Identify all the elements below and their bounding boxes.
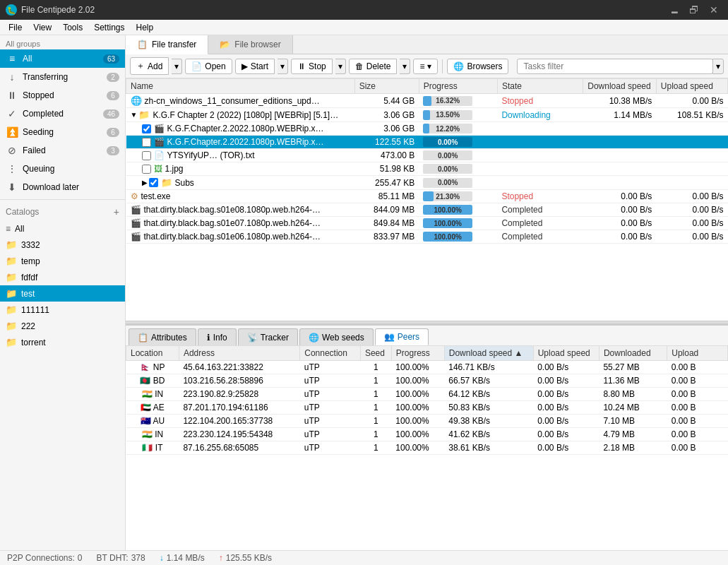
row-checkbox[interactable] <box>142 165 151 174</box>
failed-icon: ⊘ <box>6 145 18 156</box>
tab-file-transfer[interactable]: 📋 File transfer <box>126 35 208 54</box>
completed-icon: ✓ <box>6 108 18 119</box>
col-header-upload[interactable]: Upload <box>667 346 728 361</box>
catalog-item-111111[interactable]: 📁 111111 <box>0 302 125 318</box>
table-row[interactable]: 🇮🇳 IN 223.230.124.195:54348 uTP 1 100.00… <box>126 428 728 441</box>
stop-label: Stop <box>309 61 326 71</box>
col-header-state[interactable]: State <box>497 79 583 94</box>
col-header-progress[interactable]: Progress <box>419 79 497 94</box>
menu-help[interactable]: Help <box>131 21 160 34</box>
row-checkbox[interactable] <box>142 124 151 133</box>
catalog-item-temp[interactable]: 📁 temp <box>0 253 125 269</box>
row-checkbox[interactable] <box>142 151 151 160</box>
row-checkbox[interactable] <box>142 138 151 147</box>
add-button[interactable]: ＋ Add <box>130 57 169 75</box>
sidebar-item-transferring[interactable]: ↓ Transferring 2 <box>0 68 125 86</box>
table-row[interactable]: ▼ 📁 K.G.F Chapter 2 (2022) [1080p] [WEBR… <box>126 108 728 122</box>
table-row[interactable]: 🇦🇺 AU 122.104.200.165:37738 uTP 1 100.00… <box>126 415 728 428</box>
sidebar-item-failed[interactable]: ⊘ Failed 3 <box>0 141 125 160</box>
col-header-dl-speed[interactable]: Download speed <box>583 79 657 94</box>
menu-btn[interactable]: ≡ ▾ <box>413 59 438 74</box>
col-header-progress[interactable]: Progress <box>391 346 444 361</box>
close-button[interactable]: ✕ <box>705 4 722 16</box>
sidebar-item-completed[interactable]: ✓ Completed 46 <box>0 105 125 123</box>
tab-web-seeds[interactable]: 🌐 Web seeds <box>299 328 374 345</box>
menu-view[interactable]: View <box>28 21 57 34</box>
col-header-location[interactable]: Location <box>126 346 179 361</box>
table-row[interactable]: 🇳🇵 NP 45.64.163.221:33822 uTP 1 100.00% … <box>126 361 728 374</box>
table-row[interactable]: 🎬 that.dirty.black.bag.s01e07.1080p.web.… <box>126 217 728 230</box>
tab-attributes[interactable]: 📋 Attributes <box>129 328 196 345</box>
peer-seed: 1 <box>360 441 391 455</box>
col-header-connection[interactable]: Connection <box>300 346 361 361</box>
tab-peers[interactable]: 👥 Peers <box>375 328 429 345</box>
menu-tools[interactable]: Tools <box>57 21 88 34</box>
catalog-item-3332[interactable]: 📁 3332 <box>0 237 125 253</box>
expand-arrow[interactable]: ▼ <box>131 111 138 119</box>
table-row[interactable]: 🎬 K.G.F.Chapter.2.2022.1080p.WEBRip.x… 3… <box>126 122 728 136</box>
add-catalog-button[interactable]: + <box>114 206 119 218</box>
catalog-item-test[interactable]: 📁 test <box>0 285 125 302</box>
add-label: Add <box>148 61 162 71</box>
expand-arrow[interactable]: ▶ <box>142 179 148 186</box>
table-row[interactable]: 🌐 zh-cn_windows_11_consumer_editions_upd… <box>126 94 728 108</box>
col-header-seed[interactable]: Seed <box>360 346 391 361</box>
catalog-item-torrent[interactable]: 📁 torrent <box>0 334 125 350</box>
tab-tracker[interactable]: 📡 Tracker <box>238 328 298 345</box>
start-dropdown-arrow[interactable]: ▾ <box>278 59 288 74</box>
table-row[interactable]: 🇮🇹 IT 87.16.255.68:65085 uTP 1 100.00% 3… <box>126 441 728 455</box>
sidebar-item-stopped[interactable]: ⏸ Stopped 6 <box>0 86 125 105</box>
tab-file-browser[interactable]: 📂 File browser <box>208 35 292 54</box>
col-header-address[interactable]: Address <box>179 346 299 361</box>
table-row[interactable]: ▶ 📁 Subs 255.47 KB 0.00% <box>126 176 728 190</box>
catalog-item-fdfdf[interactable]: 📁 fdfdf <box>0 269 125 285</box>
tasks-filter-input[interactable] <box>517 59 713 74</box>
col-header-downloaded[interactable]: Downloaded <box>599 346 667 361</box>
open-button[interactable]: 📄 Open <box>185 59 232 74</box>
table-row[interactable]: 🇦🇪 AE 87.201.170.194:61186 uTP 1 100.00%… <box>126 401 728 415</box>
dl-speed-status: ↓ 1.14 MB/s <box>160 553 205 563</box>
table-row[interactable]: 🇧🇩 BD 103.216.56.28:58896 uTP 1 100.00% … <box>126 374 728 388</box>
col-header-ul-speed[interactable]: Upload speed <box>533 346 599 361</box>
peer-upload: 0.00 B <box>667 428 728 441</box>
maximize-button[interactable]: 🗗 <box>686 4 703 16</box>
table-row[interactable]: ⚙ test.exe 85.11 MB 21.30% <box>126 190 728 203</box>
start-button[interactable]: ▶ Start <box>235 59 275 74</box>
upper-scroll[interactable]: Name Size Progress State Download speed … <box>126 78 728 321</box>
stop-dropdown-arrow[interactable]: ▾ <box>335 59 346 74</box>
minimize-button[interactable]: 🗕 <box>666 4 683 16</box>
row-checkbox[interactable] <box>149 178 158 187</box>
flag-icon: 🇮🇳 <box>142 389 153 399</box>
lower-table-wrap[interactable]: Location Address Connection Seed Progres… <box>126 345 728 550</box>
sidebar-item-queuing[interactable]: ⋮ Queuing <box>0 160 125 178</box>
browsers-button[interactable]: 🌐 Browsers <box>447 59 508 74</box>
tab-info[interactable]: ℹ Info <box>198 328 237 345</box>
col-header-name[interactable]: Name <box>126 79 355 94</box>
catalog-item-222[interactable]: 📁 222 <box>0 318 125 334</box>
table-row[interactable]: 🇮🇳 IN 223.190.82.9:25828 uTP 1 100.00% 6… <box>126 388 728 401</box>
table-row[interactable]: 🎬 that.dirty.black.bag.s01e08.1080p.web.… <box>126 203 728 217</box>
col-header-size[interactable]: Size <box>354 79 419 94</box>
table-row[interactable]: 🎬 that.dirty.black.bag.s01e06.1080p.web.… <box>126 230 728 244</box>
tasks-filter[interactable] <box>517 59 713 74</box>
menu-file[interactable]: File <box>3 21 28 34</box>
menu-settings[interactable]: Settings <box>88 21 130 34</box>
sidebar-badge-completed: 46 <box>103 109 119 119</box>
col-header-dl-speed[interactable]: Download speed ▲ <box>444 346 533 361</box>
sidebar-item-all[interactable]: ≡ All 63 <box>0 49 125 68</box>
add-dropdown-arrow[interactable]: ▾ <box>172 59 182 74</box>
catalog-item-all[interactable]: ≡ All <box>0 221 125 237</box>
sidebar-item-download-later[interactable]: ⬇ Download later <box>0 178 125 196</box>
col-header-ul-speed[interactable]: Upload speed <box>656 79 727 94</box>
sidebar-item-seeding[interactable]: ⏫ Seeding 6 <box>0 123 125 141</box>
tasks-filter-dropdown[interactable]: ▾ <box>712 59 724 74</box>
table-row[interactable]: 🖼 1.jpg 51.98 KB 0.00% <box>126 162 728 176</box>
peer-address: 45.64.163.221:33822 <box>179 361 299 374</box>
delete-button[interactable]: 🗑 Delete <box>349 59 398 74</box>
stop-button[interactable]: ⏸ Stop <box>291 59 333 74</box>
row-size: 122.55 KB <box>354 136 419 149</box>
table-row[interactable]: 📄 YTSYifyUP… (TOR).txt 473.00 B 0.00% <box>126 149 728 162</box>
delete-dropdown-arrow[interactable]: ▾ <box>400 59 410 74</box>
menu-dropdown-arrow: ▾ <box>427 61 431 71</box>
table-row[interactable]: 🎬 K.G.F.Chapter.2.2022.1080p.WEBRip.x… 1… <box>126 136 728 149</box>
